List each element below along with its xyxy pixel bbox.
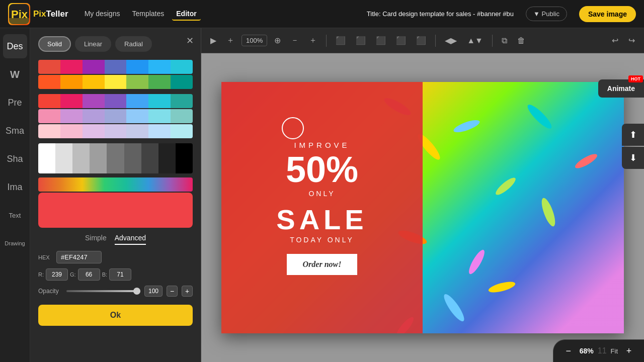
order-now-button[interactable]: Order now! [287, 254, 358, 275]
simple-tab[interactable]: Simple [85, 234, 107, 245]
duplicate[interactable]: ⧉ [499, 34, 510, 47]
swatch[interactable] [171, 109, 193, 123]
swatch[interactable] [38, 124, 60, 138]
gray-swatch-white[interactable] [38, 143, 55, 173]
copy-button[interactable]: ⬇ [622, 147, 644, 169]
swatch[interactable] [38, 94, 60, 108]
swatch[interactable] [148, 109, 171, 123]
play-button[interactable]: ▶ [207, 34, 219, 47]
g-input[interactable] [78, 268, 100, 281]
sidebar-item-text[interactable]: Text [3, 203, 27, 227]
gray-swatch-1[interactable] [55, 143, 72, 173]
flip-h[interactable]: ◀▶ [442, 34, 460, 47]
gray-swatch-7[interactable] [158, 143, 176, 173]
swatch[interactable] [126, 60, 148, 74]
selection-handle[interactable] [282, 117, 304, 139]
align-left[interactable]: ⬛ [333, 34, 349, 47]
swatch[interactable] [83, 109, 105, 123]
swatch[interactable] [171, 124, 193, 138]
swatch[interactable] [60, 124, 83, 138]
swatch[interactable] [126, 75, 148, 89]
undo-button[interactable]: ↩ [609, 34, 621, 47]
gray-swatch-5[interactable] [124, 143, 141, 173]
b-input[interactable] [109, 268, 131, 281]
radial-tab[interactable]: Radial [115, 36, 152, 52]
swatch[interactable] [60, 109, 83, 123]
sidebar-item-images[interactable]: Ima [3, 175, 27, 199]
swatch[interactable] [60, 94, 83, 108]
linear-tab[interactable]: Linear [75, 36, 111, 52]
flip-v[interactable]: ▲▼ [464, 34, 486, 47]
svg-rect-2 [9, 18, 29, 24]
add-button[interactable]: ＋ [223, 33, 237, 48]
align-top[interactable]: ⬛ [393, 34, 409, 47]
zoom-icon[interactable]: ⊕ [271, 34, 284, 47]
swatch[interactable] [105, 75, 127, 89]
plus-zoom[interactable]: ＋ [306, 33, 320, 48]
opacity-value[interactable] [144, 286, 163, 297]
close-color-panel-button[interactable]: ✕ [186, 35, 194, 46]
swatch[interactable] [148, 94, 171, 108]
minus-zoom[interactable]: － [288, 33, 302, 48]
opacity-plus-button[interactable]: + [182, 286, 193, 297]
swatch[interactable] [126, 109, 148, 123]
swatch[interactable] [38, 75, 60, 89]
redo-button[interactable]: ↪ [625, 34, 638, 47]
swatch[interactable] [126, 94, 148, 108]
gray-swatch-6[interactable] [141, 143, 158, 173]
gray-swatch-3[interactable] [90, 143, 107, 173]
swatch[interactable] [83, 60, 105, 74]
swatch[interactable] [171, 94, 193, 108]
swatch[interactable] [105, 109, 127, 123]
swatch[interactable] [83, 75, 105, 89]
logo[interactable]: Pix PixTeller [8, 3, 68, 25]
swatch[interactable] [83, 124, 105, 138]
design-canvas[interactable]: IMPROVE 50% ONLY SALE TODAY ONLY Order n… [221, 82, 624, 333]
nav-templates[interactable]: Templates [128, 8, 168, 21]
opacity-slider[interactable] [66, 290, 140, 292]
sidebar-item-shapes[interactable]: Sha [3, 147, 27, 171]
solid-tab[interactable]: Solid [38, 36, 71, 52]
swatch[interactable] [171, 75, 193, 89]
swatch[interactable] [105, 124, 127, 138]
swatch[interactable] [60, 75, 83, 89]
sidebar-item-smart[interactable]: Sma [3, 119, 27, 143]
zoom-in-button[interactable]: + [622, 344, 636, 358]
gray-swatch-4[interactable] [107, 143, 124, 173]
public-button[interactable]: ▼ Public [526, 7, 567, 21]
sidebar-item-drawing[interactable]: Drawing [3, 231, 27, 255]
swatch[interactable] [105, 60, 127, 74]
swatch[interactable] [38, 60, 60, 74]
swatch[interactable] [83, 94, 105, 108]
align-center[interactable]: ⬛ [353, 34, 369, 47]
zoom-out-button[interactable]: − [561, 344, 576, 358]
align-right[interactable]: ⬛ [373, 34, 389, 47]
swatch[interactable] [105, 94, 127, 108]
swatch[interactable] [148, 124, 171, 138]
advanced-tab[interactable]: Advanced [115, 234, 146, 245]
swatch[interactable] [60, 60, 83, 74]
hex-input[interactable] [56, 251, 102, 263]
sidebar-item-presets[interactable]: Pre [3, 90, 27, 115]
align-bottom[interactable]: ⬛ [413, 34, 429, 47]
gray-swatch-2[interactable] [72, 143, 90, 173]
r-input[interactable] [46, 268, 68, 281]
opacity-minus-button[interactable]: − [167, 286, 178, 297]
images-icon: Ima [7, 182, 22, 193]
gray-swatch-black[interactable] [176, 143, 193, 173]
sidebar-item-design[interactable]: Des [3, 34, 27, 58]
save-image-button[interactable]: Save image [579, 6, 636, 22]
delete[interactable]: 🗑 [514, 34, 528, 47]
export-button[interactable]: ⬆ [622, 124, 644, 146]
fit-button[interactable]: Fit [611, 347, 618, 355]
nav-editor[interactable]: Editor [172, 8, 200, 21]
gradient-palette[interactable] [38, 177, 193, 192]
swatch[interactable] [148, 60, 171, 74]
swatch[interactable] [148, 75, 171, 89]
ok-button[interactable]: Ok [38, 305, 193, 326]
sidebar-item-w[interactable]: W [3, 62, 27, 86]
nav-my-designs[interactable]: My designs [80, 8, 124, 21]
swatch[interactable] [38, 109, 60, 123]
swatch[interactable] [126, 124, 148, 138]
swatch[interactable] [171, 60, 193, 74]
